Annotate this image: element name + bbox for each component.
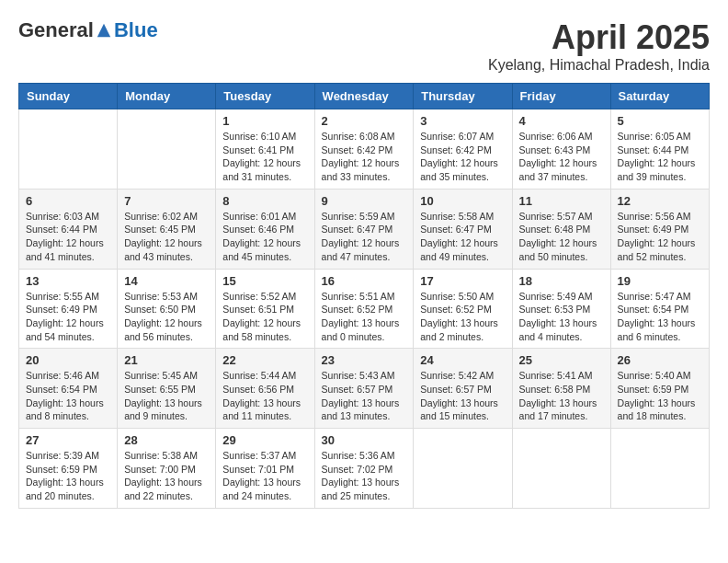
day-number: 25 bbox=[519, 353, 604, 367]
calendar-cell: 5Sunrise: 6:05 AMSunset: 6:44 PMDaylight… bbox=[610, 109, 709, 190]
calendar-cell: 2Sunrise: 6:08 AMSunset: 6:42 PMDaylight… bbox=[314, 109, 414, 190]
calendar-cell: 12Sunrise: 5:56 AMSunset: 6:49 PMDayligh… bbox=[610, 189, 709, 269]
day-info: Sunrise: 5:40 AMSunset: 6:59 PMDaylight:… bbox=[618, 369, 702, 423]
day-info: Sunrise: 5:50 AMSunset: 6:52 PMDaylight:… bbox=[420, 290, 505, 344]
weekday-header-wednesday: Wednesday bbox=[314, 84, 414, 109]
calendar-cell: 20Sunrise: 5:46 AMSunset: 6:54 PMDayligh… bbox=[19, 349, 118, 429]
day-info: Sunrise: 5:49 AMSunset: 6:53 PMDaylight:… bbox=[519, 290, 604, 344]
day-number: 29 bbox=[222, 433, 307, 447]
day-info: Sunrise: 5:56 AMSunset: 6:49 PMDaylight:… bbox=[618, 210, 702, 264]
day-info: Sunrise: 5:44 AMSunset: 6:56 PMDaylight:… bbox=[222, 369, 307, 423]
weekday-header-sunday: Sunday bbox=[19, 84, 118, 109]
day-info: Sunrise: 6:06 AMSunset: 6:43 PMDaylight:… bbox=[519, 130, 604, 184]
calendar-cell: 19Sunrise: 5:47 AMSunset: 6:54 PMDayligh… bbox=[610, 269, 709, 349]
day-number: 1 bbox=[222, 114, 307, 128]
location: Kyelang, Himachal Pradesh, India bbox=[488, 57, 710, 74]
day-number: 26 bbox=[618, 353, 702, 367]
logo-icon bbox=[96, 22, 112, 39]
weekday-header-thursday: Thursday bbox=[414, 84, 512, 109]
day-info: Sunrise: 5:52 AMSunset: 6:51 PMDaylight:… bbox=[222, 290, 307, 344]
day-number: 11 bbox=[519, 194, 604, 208]
calendar-cell: 30Sunrise: 5:36 AMSunset: 7:02 PMDayligh… bbox=[314, 429, 414, 509]
calendar-cell: 21Sunrise: 5:45 AMSunset: 6:55 PMDayligh… bbox=[118, 349, 216, 429]
day-number: 5 bbox=[618, 114, 702, 128]
calendar-cell: 4Sunrise: 6:06 AMSunset: 6:43 PMDaylight… bbox=[512, 109, 610, 190]
day-number: 4 bbox=[519, 114, 604, 128]
day-number: 15 bbox=[222, 274, 307, 288]
day-number: 7 bbox=[124, 194, 209, 208]
day-info: Sunrise: 5:42 AMSunset: 6:57 PMDaylight:… bbox=[420, 369, 505, 423]
day-info: Sunrise: 5:36 AMSunset: 7:02 PMDaylight:… bbox=[322, 449, 407, 503]
calendar-cell: 16Sunrise: 5:51 AMSunset: 6:52 PMDayligh… bbox=[314, 269, 414, 349]
day-info: Sunrise: 6:08 AMSunset: 6:42 PMDaylight:… bbox=[322, 130, 407, 184]
day-number: 18 bbox=[519, 274, 604, 288]
weekday-header-saturday: Saturday bbox=[610, 84, 709, 109]
day-number: 2 bbox=[322, 114, 407, 128]
day-number: 3 bbox=[420, 114, 505, 128]
page-header: General Blue April 2025 Kyelang, Himacha… bbox=[18, 18, 710, 74]
day-info: Sunrise: 5:43 AMSunset: 6:57 PMDaylight:… bbox=[322, 369, 407, 423]
day-number: 16 bbox=[322, 274, 407, 288]
calendar-cell: 14Sunrise: 5:53 AMSunset: 6:50 PMDayligh… bbox=[118, 269, 216, 349]
calendar-cell: 18Sunrise: 5:49 AMSunset: 6:53 PMDayligh… bbox=[512, 269, 610, 349]
calendar-cell: 27Sunrise: 5:39 AMSunset: 6:59 PMDayligh… bbox=[19, 429, 118, 509]
day-info: Sunrise: 6:10 AMSunset: 6:41 PMDaylight:… bbox=[222, 130, 307, 184]
day-info: Sunrise: 5:38 AMSunset: 7:00 PMDaylight:… bbox=[124, 449, 209, 503]
day-number: 17 bbox=[420, 274, 505, 288]
day-info: Sunrise: 5:39 AMSunset: 6:59 PMDaylight:… bbox=[26, 449, 110, 503]
title-block: April 2025 Kyelang, Himachal Pradesh, In… bbox=[488, 18, 710, 74]
day-number: 10 bbox=[420, 194, 505, 208]
day-number: 6 bbox=[26, 194, 110, 208]
weekday-header-tuesday: Tuesday bbox=[216, 84, 314, 109]
day-info: Sunrise: 5:51 AMSunset: 6:52 PMDaylight:… bbox=[322, 290, 407, 344]
calendar-table: SundayMondayTuesdayWednesdayThursdayFrid… bbox=[18, 83, 710, 509]
calendar-cell: 22Sunrise: 5:44 AMSunset: 6:56 PMDayligh… bbox=[216, 349, 314, 429]
day-number: 28 bbox=[124, 433, 209, 447]
calendar-cell: 25Sunrise: 5:41 AMSunset: 6:58 PMDayligh… bbox=[512, 349, 610, 429]
day-number: 20 bbox=[26, 353, 110, 367]
day-info: Sunrise: 6:07 AMSunset: 6:42 PMDaylight:… bbox=[420, 130, 505, 184]
calendar-cell bbox=[512, 429, 610, 509]
calendar-cell bbox=[414, 429, 512, 509]
day-number: 21 bbox=[124, 353, 209, 367]
logo-blue-text: Blue bbox=[114, 18, 158, 42]
day-number: 13 bbox=[26, 274, 110, 288]
logo: General Blue bbox=[18, 18, 158, 42]
logo-general-text: General bbox=[18, 18, 94, 42]
day-number: 19 bbox=[618, 274, 702, 288]
day-info: Sunrise: 5:45 AMSunset: 6:55 PMDaylight:… bbox=[124, 369, 209, 423]
calendar-cell bbox=[19, 109, 118, 190]
day-info: Sunrise: 5:59 AMSunset: 6:47 PMDaylight:… bbox=[322, 210, 407, 264]
calendar-cell: 3Sunrise: 6:07 AMSunset: 6:42 PMDaylight… bbox=[414, 109, 512, 190]
day-info: Sunrise: 5:57 AMSunset: 6:48 PMDaylight:… bbox=[519, 210, 604, 264]
day-info: Sunrise: 5:41 AMSunset: 6:58 PMDaylight:… bbox=[519, 369, 604, 423]
day-info: Sunrise: 6:02 AMSunset: 6:45 PMDaylight:… bbox=[124, 210, 209, 264]
day-info: Sunrise: 5:46 AMSunset: 6:54 PMDaylight:… bbox=[26, 369, 110, 423]
day-info: Sunrise: 6:03 AMSunset: 6:44 PMDaylight:… bbox=[26, 210, 110, 264]
day-number: 27 bbox=[26, 433, 110, 447]
day-number: 23 bbox=[322, 353, 407, 367]
day-info: Sunrise: 5:58 AMSunset: 6:47 PMDaylight:… bbox=[420, 210, 505, 264]
calendar-cell: 6Sunrise: 6:03 AMSunset: 6:44 PMDaylight… bbox=[19, 189, 118, 269]
calendar-cell: 28Sunrise: 5:38 AMSunset: 7:00 PMDayligh… bbox=[118, 429, 216, 509]
day-info: Sunrise: 5:55 AMSunset: 6:49 PMDaylight:… bbox=[26, 290, 110, 344]
day-number: 24 bbox=[420, 353, 505, 367]
day-info: Sunrise: 6:05 AMSunset: 6:44 PMDaylight:… bbox=[618, 130, 702, 184]
day-number: 30 bbox=[322, 433, 407, 447]
month-title: April 2025 bbox=[488, 18, 710, 57]
calendar-cell bbox=[118, 109, 216, 190]
day-number: 22 bbox=[222, 353, 307, 367]
calendar-cell: 23Sunrise: 5:43 AMSunset: 6:57 PMDayligh… bbox=[314, 349, 414, 429]
calendar-cell: 1Sunrise: 6:10 AMSunset: 6:41 PMDaylight… bbox=[216, 109, 314, 190]
calendar-cell: 29Sunrise: 5:37 AMSunset: 7:01 PMDayligh… bbox=[216, 429, 314, 509]
calendar-cell: 13Sunrise: 5:55 AMSunset: 6:49 PMDayligh… bbox=[19, 269, 118, 349]
calendar-cell: 24Sunrise: 5:42 AMSunset: 6:57 PMDayligh… bbox=[414, 349, 512, 429]
day-info: Sunrise: 5:37 AMSunset: 7:01 PMDaylight:… bbox=[222, 449, 307, 503]
day-number: 9 bbox=[322, 194, 407, 208]
calendar-cell: 8Sunrise: 6:01 AMSunset: 6:46 PMDaylight… bbox=[216, 189, 314, 269]
day-number: 12 bbox=[618, 194, 702, 208]
calendar-cell: 17Sunrise: 5:50 AMSunset: 6:52 PMDayligh… bbox=[414, 269, 512, 349]
day-info: Sunrise: 5:53 AMSunset: 6:50 PMDaylight:… bbox=[124, 290, 209, 344]
day-number: 8 bbox=[222, 194, 307, 208]
weekday-header-friday: Friday bbox=[512, 84, 610, 109]
